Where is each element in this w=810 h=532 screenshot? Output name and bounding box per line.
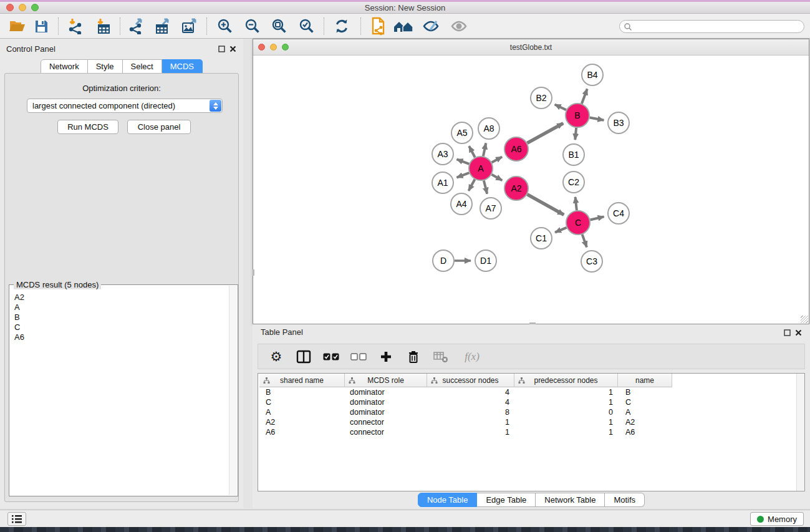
result-item[interactable]: C <box>14 322 229 332</box>
toolbar-separator <box>206 17 207 35</box>
table-row[interactable]: A6connector11A6 <box>259 427 796 437</box>
mcds-result-list[interactable]: A2ABCA6 <box>10 286 229 495</box>
import-network-icon[interactable] <box>65 16 86 36</box>
resize-grip[interactable] <box>801 316 808 323</box>
graph-edge-B-B1[interactable] <box>575 128 576 140</box>
close-panel-button[interactable]: Close panel <box>127 120 191 134</box>
export-image-icon[interactable] <box>179 16 200 36</box>
table-settings-icon[interactable]: ⚙ <box>267 347 286 366</box>
criterion-value: largest connected component (directed) <box>32 101 175 110</box>
graph-node-label: B4 <box>587 70 597 80</box>
new-network-from-selection-icon[interactable] <box>368 16 389 36</box>
table-row[interactable]: Cdominator41C <box>259 397 796 407</box>
delete-table-icon[interactable] <box>432 347 450 366</box>
hide-graphics-details-icon[interactable] <box>420 16 441 36</box>
export-table-icon[interactable] <box>152 16 173 36</box>
result-item[interactable]: A <box>14 302 229 312</box>
column-header-predecessor-nodes[interactable]: predecessor nodes <box>514 374 618 387</box>
cell-name: A6 <box>618 427 672 437</box>
network-canvas[interactable]: B4B2BB3B1A5A8A6A3AA1A2C2A4A7C4CC1C3DD1 <box>253 56 809 324</box>
close-panel-icon[interactable] <box>228 44 237 53</box>
graph-edge-C-C1[interactable] <box>555 228 566 233</box>
graph-edge-A-A1[interactable] <box>456 173 469 177</box>
table-scrollbar[interactable] <box>796 374 804 491</box>
tab-edge-table[interactable]: Edge Table <box>477 493 536 507</box>
graph-edge-B-B3[interactable] <box>590 118 604 120</box>
memory-button[interactable]: Memory <box>750 512 804 526</box>
search-field[interactable] <box>619 20 804 33</box>
function-builder-icon[interactable]: f(x) <box>459 347 485 366</box>
cell-predecessor-nodes: 1 <box>514 417 618 427</box>
column-label: successor nodes <box>442 376 498 385</box>
close-panel-icon[interactable] <box>794 328 803 337</box>
add-column-icon[interactable] <box>377 347 395 366</box>
tab-node-table[interactable]: Node Table <box>418 493 478 507</box>
tab-network-table[interactable]: Network Table <box>536 493 605 507</box>
graph-node-label: A <box>478 163 484 173</box>
graph-edge-C-C2[interactable] <box>576 197 577 210</box>
show-graphics-details-icon[interactable] <box>448 16 470 36</box>
cell-shared-name: B <box>259 387 345 397</box>
graph-node-label: A8 <box>483 123 494 133</box>
graph-edge-A-A6[interactable] <box>492 157 503 162</box>
table-row[interactable]: Adominator80A <box>259 407 796 417</box>
task-history-icon[interactable] <box>7 512 26 526</box>
select-all-columns-icon[interactable] <box>322 347 340 366</box>
graph-edge-A-A2[interactable] <box>491 175 502 180</box>
graph-edge-B-B4[interactable] <box>582 89 587 104</box>
zoom-out-icon[interactable] <box>242 16 263 36</box>
toggle-panel-mode-icon[interactable] <box>294 347 313 366</box>
save-session-icon[interactable] <box>31 16 52 36</box>
result-item[interactable]: B <box>14 312 229 322</box>
network-window-titlebar[interactable]: testGlobe.txt <box>253 39 809 56</box>
criterion-select[interactable]: largest connected component (directed) <box>27 99 223 113</box>
import-table-icon[interactable] <box>93 16 114 36</box>
result-scrollbar[interactable] <box>229 286 237 495</box>
graph-edge-A-A4[interactable] <box>468 180 475 191</box>
table-row[interactable]: Bdominator41B <box>259 387 796 397</box>
result-item[interactable]: A2 <box>14 293 229 302</box>
column-header-name[interactable]: name <box>618 374 672 387</box>
cell-successor-nodes: 8 <box>427 407 514 417</box>
deselect-all-columns-icon[interactable] <box>349 347 368 366</box>
graph-edge-B-B2[interactable] <box>555 104 566 110</box>
tab-mcds[interactable]: MCDS <box>162 59 203 74</box>
cell-shared-name: C <box>259 397 345 407</box>
tab-network[interactable]: Network <box>41 59 88 74</box>
zoom-in-icon[interactable] <box>215 16 236 36</box>
graph-edge-A6-B[interactable] <box>528 123 564 143</box>
table-tabs: Node TableEdge TableNetwork TableMotifs <box>253 493 810 507</box>
graph-node-label: D <box>440 256 446 266</box>
open-session-icon[interactable] <box>7 16 28 36</box>
titlebar: Session: New Session <box>0 2 810 14</box>
genemania-search-icon[interactable] <box>393 16 414 36</box>
column-header-MCDS-role[interactable]: MCDS role <box>345 374 427 387</box>
column-header-shared-name[interactable]: shared name <box>259 374 345 387</box>
refresh-icon[interactable] <box>331 16 352 36</box>
tab-style[interactable]: Style <box>88 59 123 74</box>
result-item[interactable]: A6 <box>14 332 229 342</box>
zoom-selected-icon[interactable] <box>296 16 317 36</box>
graph-edge-C-C3[interactable] <box>582 235 587 248</box>
export-network-icon[interactable] <box>125 16 147 36</box>
graph-edge-A-A8[interactable] <box>483 143 486 157</box>
float-panel-icon[interactable] <box>783 328 791 337</box>
graph-edge-A-A5[interactable] <box>469 146 475 157</box>
tab-select[interactable]: Select <box>123 59 162 74</box>
column-type-icon <box>349 377 355 384</box>
zoom-fit-icon[interactable] <box>269 16 290 36</box>
column-label: name <box>635 376 654 385</box>
graph-edge-C-C4[interactable] <box>590 216 604 220</box>
graph-edge-A2-C[interactable] <box>527 195 564 215</box>
graph-node-label: B3 <box>613 118 624 128</box>
table-row[interactable]: A2connector11A2 <box>259 417 796 427</box>
graph-edge-A-A7[interactable] <box>484 180 487 193</box>
search-input[interactable] <box>632 21 804 32</box>
delete-columns-icon[interactable] <box>404 347 423 366</box>
graph-edge-A-A3[interactable] <box>456 159 469 163</box>
float-panel-icon[interactable] <box>217 44 226 53</box>
run-mcds-button[interactable]: Run MCDS <box>57 120 118 134</box>
tab-motifs[interactable]: Motifs <box>605 493 645 507</box>
column-header-successor-nodes[interactable]: successor nodes <box>427 374 514 387</box>
network-graph[interactable]: B4B2BB3B1A5A8A6A3AA1A2C2A4A7C4CC1C3DD1 <box>253 56 809 324</box>
